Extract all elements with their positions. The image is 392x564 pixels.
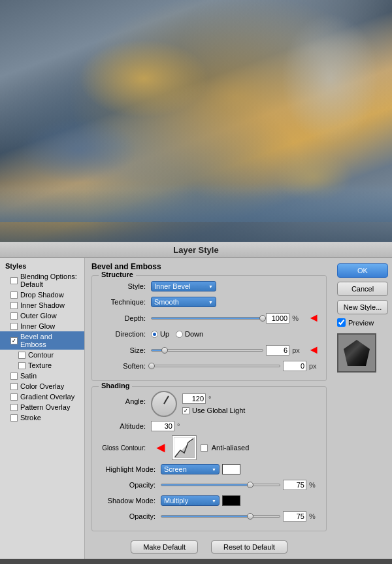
main-content-area: Bevel and Emboss Structure Style: Inner … (85, 258, 333, 559)
shadow-mode-value: Multiply (164, 497, 188, 505)
depth-red-arrow: ◄ (308, 311, 319, 325)
highlight-opacity-slider[interactable] (161, 484, 280, 486)
preview-checkbox[interactable] (337, 318, 346, 327)
shading-title: Shading (99, 382, 132, 390)
blending-options-checkbox[interactable] (10, 277, 18, 284)
pattern-overlay-checkbox[interactable] (10, 404, 18, 411)
drop-shadow-checkbox[interactable] (10, 291, 18, 299)
preview-box (337, 333, 376, 373)
altitude-input[interactable] (151, 421, 174, 431)
size-slider-container: px ◄ (151, 343, 319, 357)
sidebar-item-color-overlay[interactable]: Color Overlay (0, 381, 84, 391)
soften-slider[interactable] (151, 365, 280, 367)
direction-up-circle[interactable] (151, 331, 158, 338)
right-panel: OK Cancel New Style... Preview (333, 258, 392, 559)
angle-value-row: ° (182, 393, 245, 404)
angle-input[interactable] (182, 393, 206, 404)
depth-slider-container: % ◄ (151, 311, 319, 325)
sidebar-item-bevel-emboss[interactable]: Bevel and Emboss (0, 331, 84, 350)
highlight-opacity-slider-container: % (161, 480, 319, 490)
shadow-color-swatch[interactable] (222, 495, 240, 506)
sidebar-item-inner-glow[interactable]: Inner Glow (0, 321, 84, 331)
sidebar-item-drop-shadow[interactable]: Drop Shadow (0, 290, 84, 300)
direction-up-radio[interactable]: Up (151, 330, 169, 338)
sidebar-item-gradient-overlay[interactable]: Gradient Overlay (0, 391, 84, 402)
highlight-mode-dropdown[interactable]: Screen (161, 464, 220, 474)
depth-slider-thumb[interactable] (259, 315, 266, 322)
depth-slider[interactable] (151, 317, 263, 320)
highlight-opacity-thumb[interactable] (247, 482, 253, 488)
shadow-opacity-unit: % (309, 512, 319, 520)
direction-down-radio[interactable]: Down (176, 330, 203, 338)
gloss-contour-red-arrow: ◄ (154, 439, 168, 456)
soften-slider-thumb[interactable] (148, 363, 155, 369)
outer-glow-checkbox[interactable] (10, 312, 18, 320)
shading-section: Shading Angle: ° Use Global Light (91, 386, 327, 531)
inner-glow-label: Inner Glow (20, 322, 55, 330)
sidebar-item-outer-glow[interactable]: Outer Glow (0, 310, 84, 321)
highlight-opacity-input[interactable] (283, 480, 306, 490)
altitude-unit: ° (177, 422, 188, 430)
style-row: Style: Inner Bevel (99, 280, 319, 293)
shadow-opacity-input[interactable] (283, 511, 306, 522)
global-light-checkbox[interactable] (182, 407, 189, 414)
angle-label: Angle: (99, 391, 151, 405)
highlight-color-swatch[interactable] (222, 464, 240, 474)
cancel-button[interactable]: Cancel (337, 282, 388, 296)
make-default-button[interactable]: Make Default (131, 540, 198, 554)
size-slider[interactable] (151, 349, 263, 352)
bevel-emboss-checkbox[interactable] (10, 337, 18, 344)
gradient-overlay-checkbox[interactable] (10, 393, 18, 401)
shadow-opacity-slider[interactable] (161, 515, 280, 518)
sidebar-item-satin[interactable]: Satin (0, 371, 84, 381)
photo-background (0, 0, 392, 242)
technique-dropdown[interactable]: Smooth (151, 297, 216, 307)
direction-up-label: Up (160, 330, 169, 338)
direction-radio-group: Up Down (151, 330, 203, 338)
new-style-button[interactable]: New Style... (337, 300, 388, 314)
gloss-contour-preview[interactable] (172, 435, 197, 460)
dialog-title: Layer Style (0, 242, 392, 258)
angle-dial[interactable] (151, 391, 177, 417)
technique-dropdown-value: Smooth (154, 298, 179, 306)
bevel-emboss-label: Bevel and Emboss (20, 333, 79, 348)
soften-slider-container: px (151, 361, 319, 371)
structure-title: Structure (99, 271, 136, 278)
technique-control: Smooth (151, 297, 319, 307)
angle-unit: ° (208, 395, 219, 403)
sidebar-item-blending-options[interactable]: Blending Options: Default (0, 271, 84, 290)
satin-checkbox[interactable] (10, 373, 18, 380)
sidebar-item-pattern-overlay[interactable]: Pattern Overlay (0, 402, 84, 412)
direction-down-circle[interactable] (176, 331, 183, 338)
shadow-mode-label: Shadow Mode: (99, 497, 161, 505)
inner-shadow-label: Inner Shadow (20, 301, 65, 309)
reset-to-default-button[interactable]: Reset to Default (211, 540, 287, 554)
sidebar-item-contour[interactable]: Contour (0, 350, 84, 360)
sidebar-item-stroke[interactable]: Stroke (0, 412, 84, 423)
shadow-opacity-slider-container: % (161, 511, 319, 522)
shadow-opacity-thumb[interactable] (247, 513, 253, 520)
ok-button[interactable]: OK (337, 263, 388, 278)
style-dropdown-value: Inner Bevel (154, 282, 191, 290)
sidebar-item-inner-shadow[interactable]: Inner Shadow (0, 300, 84, 310)
soften-input[interactable] (283, 361, 306, 371)
contour-checkbox[interactable] (18, 352, 25, 359)
size-row: Size: px ◄ (99, 343, 319, 357)
shadow-opacity-row: Opacity: % (99, 510, 319, 523)
texture-checkbox[interactable] (18, 362, 25, 369)
color-overlay-checkbox[interactable] (10, 383, 18, 390)
style-dropdown[interactable]: Inner Bevel (151, 281, 216, 291)
depth-input[interactable] (266, 313, 289, 323)
sidebar-header: Styles (0, 261, 84, 271)
anti-aliased-checkbox[interactable] (201, 444, 208, 452)
altitude-label: Altitude: (99, 422, 151, 430)
inner-glow-checkbox[interactable] (10, 323, 18, 330)
size-slider-thumb[interactable] (161, 347, 168, 354)
shadow-mode-dropdown[interactable]: Multiply (161, 495, 220, 506)
size-input[interactable] (266, 345, 289, 356)
anti-aliased-label: Anti-aliased (212, 444, 249, 452)
stroke-checkbox[interactable] (10, 414, 18, 422)
inner-shadow-checkbox[interactable] (10, 302, 18, 309)
sidebar-item-texture[interactable]: Texture (0, 360, 84, 371)
preview-checkbox-row: Preview (337, 318, 388, 327)
